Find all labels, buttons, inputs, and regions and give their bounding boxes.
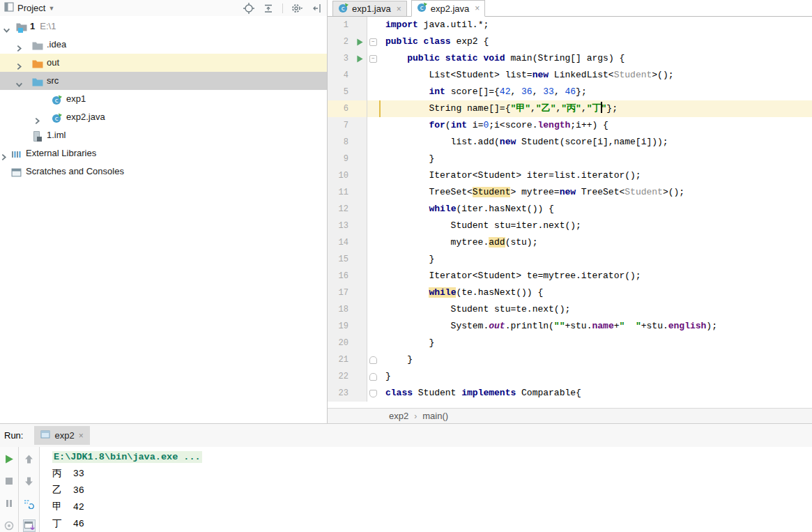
step-up-icon[interactable] [23, 453, 36, 465]
code-line-9[interactable]: 9 } [328, 151, 812, 167]
code-line-21[interactable]: 21 } [328, 351, 812, 368]
breadcrumb-class[interactable]: exp2 [389, 411, 408, 421]
chevron-down-icon[interactable]: ▼ [48, 5, 54, 12]
code-line-23[interactable]: 23class Student implements Comparable{ [328, 385, 812, 402]
gutter-cell [353, 268, 367, 284]
line-number: 7 [328, 117, 353, 134]
tree-item-exp1[interactable]: cexp1 [0, 90, 327, 108]
fold-marker-icon[interactable] [369, 373, 377, 381]
libs-icon [11, 148, 22, 159]
fold-marker-icon[interactable]: − [369, 38, 377, 46]
code-text: } [379, 351, 812, 368]
chevron-right-icon[interactable] [15, 40, 24, 49]
code-line-22[interactable]: 22} [328, 368, 812, 385]
console-output-line: 甲 42 [52, 499, 812, 516]
tree-item-src[interactable]: src [0, 72, 327, 90]
folderOrange-icon [32, 57, 43, 68]
fold-marker-icon[interactable] [369, 356, 377, 364]
code-line-16[interactable]: 16 Iterator<Student> te=mytree.iterator(… [328, 268, 812, 284]
gutter-cell [353, 67, 367, 84]
run-tab-label: exp2 [54, 430, 74, 441]
code-text: public static void main(String[] args) { [379, 50, 812, 67]
fold-marker-icon[interactable]: − [369, 55, 377, 63]
gutter-cell [353, 351, 367, 368]
code-editor[interactable]: 1import java.util.*;2−public class exp2 … [328, 17, 812, 408]
step-down-icon[interactable] [23, 475, 36, 487]
fold-strip [367, 201, 379, 218]
code-line-1[interactable]: 1import java.util.*; [328, 17, 812, 33]
code-line-15[interactable]: 15 } [328, 251, 812, 268]
fold-strip [367, 251, 379, 268]
collapse-all-icon[interactable] [263, 3, 274, 14]
breadcrumb-method[interactable]: main() [422, 411, 448, 421]
code-line-4[interactable]: 4 List<Student> list=new LinkedList<Stud… [328, 67, 812, 84]
code-line-2[interactable]: 2−public class exp2 { [328, 33, 812, 50]
code-line-19[interactable]: 19 System.out.println(""+stu.name+" "+st… [328, 318, 812, 335]
tree-item-idea[interactable]: .idea [0, 36, 327, 54]
gutter-cell [353, 284, 367, 301]
breadcrumb: exp2 › main() [328, 408, 812, 423]
tree-item-1[interactable]: 1E:\1 [0, 17, 327, 36]
tab-exp2-java[interactable]: cexp2.java× [411, 0, 486, 17]
code-line-6[interactable]: 6 String name[]={"甲","乙","丙","丁"}; [328, 100, 812, 117]
gutter-cell [353, 368, 367, 385]
pause-icon[interactable] [3, 497, 15, 510]
tree-item-out[interactable]: out [0, 54, 327, 72]
scroll-to-end-icon[interactable] [23, 519, 36, 532]
settings-icon[interactable] [291, 3, 303, 14]
chevron-right-icon[interactable] [0, 149, 8, 158]
tab-exp1-java[interactable]: cexp1.java× [332, 1, 407, 16]
inactive-circle-icon[interactable] [3, 519, 15, 532]
stop-icon[interactable] [3, 475, 15, 487]
gutter-cell [353, 318, 367, 335]
close-icon[interactable]: × [475, 3, 480, 13]
project-panel-title[interactable]: Project [17, 3, 45, 13]
run-line-icon[interactable] [353, 50, 367, 67]
line-number: 19 [328, 318, 353, 335]
rerun-play-icon[interactable] [3, 453, 15, 465]
chevron-right-icon[interactable] [15, 59, 24, 67]
code-line-10[interactable]: 10 Iterator<Student> iter=list.iterator(… [328, 167, 812, 184]
code-line-11[interactable]: 11 TreeSet<Student> mytree=new TreeSet<S… [328, 184, 812, 201]
chevron-down-icon[interactable] [15, 77, 24, 85]
class-icon: c [52, 112, 63, 123]
close-icon[interactable]: × [397, 4, 401, 14]
fold-strip [367, 301, 379, 318]
code-text: } [379, 368, 812, 385]
code-line-5[interactable]: 5 int score[]={42, 36, 33, 46}; [328, 84, 812, 100]
code-text: import java.util.*; [379, 17, 812, 33]
code-line-14[interactable]: 14 mytree.add(stu); [328, 234, 812, 251]
restore-layout-icon[interactable] [23, 497, 36, 510]
code-line-18[interactable]: 18 Student stu=te.next(); [328, 301, 812, 318]
gutter-cell [353, 184, 367, 201]
code-line-13[interactable]: 13 Student stu=iter.next(); [328, 218, 812, 234]
close-icon[interactable]: × [79, 431, 84, 441]
code-line-8[interactable]: 8 list.add(new Student(score[i],name[i])… [328, 134, 812, 151]
tree-item-external-libraries[interactable]: External Libraries [0, 144, 327, 162]
fold-strip [367, 368, 379, 385]
code-line-12[interactable]: 12 while(iter.hasNext()) { [328, 201, 812, 218]
code-line-7[interactable]: 7 for(int i=0;i<score.length;i++) { [328, 117, 812, 134]
code-text: Iterator<Student> te=mytree.iterator(); [379, 268, 812, 284]
gutter-cell [353, 117, 367, 134]
code-line-3[interactable]: 3− public static void main(String[] args… [328, 50, 812, 67]
tree-item-scratches-and-consoles[interactable]: Scratches and Consoles [0, 162, 327, 181]
tree-item-label: exp1 [66, 93, 86, 104]
locate-icon[interactable] [243, 3, 254, 14]
code-line-20[interactable]: 20 } [328, 335, 812, 351]
console-tab-icon [40, 430, 50, 441]
hide-panel-icon[interactable] [312, 3, 323, 14]
run-toolbar-secondary [19, 447, 40, 532]
fold-strip [367, 84, 379, 100]
chevron-right-icon[interactable] [33, 113, 42, 121]
tree-item-1-iml[interactable]: 1.iml [0, 126, 327, 144]
run-tab-exp2[interactable]: exp2 × [34, 426, 89, 445]
run-console[interactable]: E:\JDK1.8\bin\java.exe ...丙 33乙 36甲 42丁 … [40, 447, 812, 532]
run-line-icon[interactable] [353, 33, 367, 50]
tree-item-exp2-java[interactable]: cexp2.java [0, 108, 327, 126]
fold-strip: − [367, 50, 379, 67]
fold-strip [367, 17, 379, 33]
fold-marker-icon[interactable] [369, 390, 377, 397]
chevron-down-icon[interactable] [3, 22, 11, 31]
code-line-17[interactable]: 17 while(te.hasNext()) { [328, 284, 812, 301]
